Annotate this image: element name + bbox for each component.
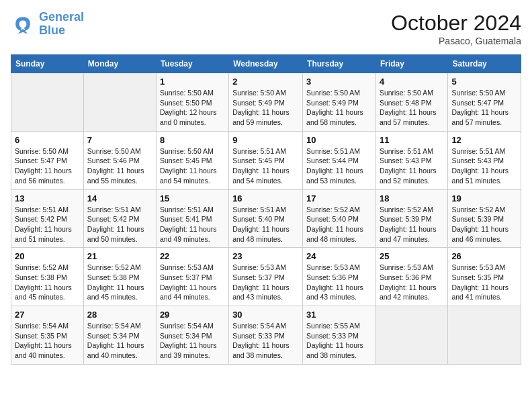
calendar-cell: 18 Sunrise: 5:52 AM Sunset: 5:39 PM Dayl… bbox=[375, 189, 447, 248]
daylight-text: Daylight: 11 hours and 43 minutes. bbox=[232, 283, 290, 302]
calendar-cell: 23 Sunrise: 5:53 AM Sunset: 5:37 PM Dayl… bbox=[229, 248, 303, 306]
cell-text: Sunrise: 5:52 AM Sunset: 5:39 PM Dayligh… bbox=[380, 205, 444, 244]
cell-text: Sunrise: 5:52 AM Sunset: 5:40 PM Dayligh… bbox=[306, 205, 372, 244]
cell-text: Sunrise: 5:51 AM Sunset: 5:44 PM Dayligh… bbox=[306, 146, 372, 186]
logo: General Blue bbox=[11, 11, 84, 38]
calendar-cell: 3 Sunrise: 5:50 AM Sunset: 5:49 PM Dayli… bbox=[303, 73, 376, 132]
day-number: 29 bbox=[160, 310, 225, 320]
daylight-text: Daylight: 11 hours and 51 minutes. bbox=[15, 225, 72, 243]
sunset-text: Sunset: 5:39 PM bbox=[380, 215, 432, 223]
cell-text: Sunrise: 5:53 AM Sunset: 5:36 PM Dayligh… bbox=[306, 263, 372, 302]
calendar-cell: 17 Sunrise: 5:52 AM Sunset: 5:40 PM Dayl… bbox=[303, 189, 376, 248]
day-number: 24 bbox=[306, 251, 372, 261]
cell-text: Sunrise: 5:50 AM Sunset: 5:47 PM Dayligh… bbox=[451, 88, 517, 128]
daylight-text: Daylight: 11 hours and 54 minutes. bbox=[160, 167, 217, 185]
sunrise-text: Sunrise: 5:53 AM bbox=[232, 263, 286, 271]
sunrise-text: Sunrise: 5:50 AM bbox=[15, 147, 69, 155]
cell-text: Sunrise: 5:51 AM Sunset: 5:45 PM Dayligh… bbox=[232, 146, 299, 186]
calendar-body: 1 Sunrise: 5:50 AM Sunset: 5:50 PM Dayli… bbox=[11, 73, 521, 365]
sunrise-text: Sunrise: 5:53 AM bbox=[160, 263, 214, 271]
daylight-text: Daylight: 11 hours and 40 minutes. bbox=[87, 341, 144, 359]
cell-text: Sunrise: 5:51 AM Sunset: 5:43 PM Dayligh… bbox=[380, 146, 444, 186]
calendar-cell: 25 Sunrise: 5:53 AM Sunset: 5:36 PM Dayl… bbox=[375, 248, 447, 306]
daylight-text: Daylight: 11 hours and 57 minutes. bbox=[380, 108, 437, 126]
sunrise-text: Sunrise: 5:50 AM bbox=[160, 89, 214, 97]
day-number: 5 bbox=[451, 77, 517, 87]
col-saturday: Saturday bbox=[448, 55, 521, 73]
sunset-text: Sunset: 5:34 PM bbox=[160, 332, 212, 340]
daylight-text: Daylight: 11 hours and 52 minutes. bbox=[380, 167, 437, 185]
cell-text: Sunrise: 5:51 AM Sunset: 5:41 PM Dayligh… bbox=[160, 205, 225, 244]
calendar-cell: 29 Sunrise: 5:54 AM Sunset: 5:34 PM Dayl… bbox=[156, 306, 228, 365]
sunrise-text: Sunrise: 5:51 AM bbox=[15, 205, 69, 214]
sunrise-text: Sunrise: 5:51 AM bbox=[232, 205, 286, 214]
daylight-text: Daylight: 11 hours and 48 minutes. bbox=[306, 225, 363, 243]
logo-line1: General bbox=[39, 10, 84, 24]
day-number: 11 bbox=[380, 135, 444, 145]
calendar-cell bbox=[11, 73, 84, 132]
cell-text: Sunrise: 5:50 AM Sunset: 5:49 PM Dayligh… bbox=[306, 88, 372, 128]
daylight-text: Daylight: 11 hours and 51 minutes. bbox=[451, 167, 508, 185]
sunset-text: Sunset: 5:42 PM bbox=[15, 215, 67, 223]
day-number: 26 bbox=[451, 251, 517, 261]
sunset-text: Sunset: 5:33 PM bbox=[232, 332, 285, 340]
sunrise-text: Sunrise: 5:53 AM bbox=[306, 263, 360, 271]
calendar-table: Sunday Monday Tuesday Wednesday Thursday… bbox=[11, 54, 521, 365]
col-wednesday: Wednesday bbox=[229, 55, 303, 73]
col-sunday: Sunday bbox=[11, 55, 84, 73]
sunrise-text: Sunrise: 5:51 AM bbox=[160, 205, 214, 214]
sunset-text: Sunset: 5:45 PM bbox=[232, 156, 285, 165]
daylight-text: Daylight: 11 hours and 42 minutes. bbox=[380, 283, 437, 302]
calendar-cell: 15 Sunrise: 5:51 AM Sunset: 5:41 PM Dayl… bbox=[156, 189, 228, 248]
calendar-cell: 24 Sunrise: 5:53 AM Sunset: 5:36 PM Dayl… bbox=[303, 248, 376, 306]
calendar-cell: 19 Sunrise: 5:52 AM Sunset: 5:39 PM Dayl… bbox=[448, 189, 521, 248]
daylight-text: Daylight: 11 hours and 44 minutes. bbox=[160, 283, 217, 302]
col-friday: Friday bbox=[375, 55, 447, 73]
sunrise-text: Sunrise: 5:54 AM bbox=[232, 322, 286, 330]
day-number: 17 bbox=[306, 193, 372, 203]
day-number: 21 bbox=[87, 251, 152, 261]
calendar-cell: 31 Sunrise: 5:55 AM Sunset: 5:33 PM Dayl… bbox=[303, 306, 376, 365]
sunset-text: Sunset: 5:40 PM bbox=[306, 215, 359, 223]
col-monday: Monday bbox=[83, 55, 156, 73]
sunset-text: Sunset: 5:38 PM bbox=[15, 273, 67, 281]
sunrise-text: Sunrise: 5:55 AM bbox=[306, 322, 360, 330]
calendar-week-2: 6 Sunrise: 5:50 AM Sunset: 5:47 PM Dayli… bbox=[11, 131, 521, 189]
sunrise-text: Sunrise: 5:51 AM bbox=[380, 147, 433, 155]
daylight-text: Daylight: 11 hours and 57 minutes. bbox=[451, 108, 508, 126]
cell-text: Sunrise: 5:52 AM Sunset: 5:38 PM Dayligh… bbox=[87, 263, 152, 302]
sunrise-text: Sunrise: 5:50 AM bbox=[380, 89, 433, 97]
calendar-cell bbox=[375, 306, 447, 365]
day-number: 28 bbox=[87, 310, 152, 320]
daylight-text: Daylight: 11 hours and 58 minutes. bbox=[306, 108, 363, 126]
cell-text: Sunrise: 5:53 AM Sunset: 5:37 PM Dayligh… bbox=[232, 263, 299, 302]
sunrise-text: Sunrise: 5:50 AM bbox=[306, 89, 360, 97]
calendar-cell: 27 Sunrise: 5:54 AM Sunset: 5:35 PM Dayl… bbox=[11, 306, 84, 365]
calendar-cell: 12 Sunrise: 5:51 AM Sunset: 5:43 PM Dayl… bbox=[448, 131, 521, 189]
sunset-text: Sunset: 5:47 PM bbox=[15, 156, 67, 165]
day-number: 6 bbox=[15, 135, 80, 145]
day-number: 3 bbox=[306, 77, 372, 87]
calendar-cell bbox=[83, 73, 156, 132]
sunset-text: Sunset: 5:43 PM bbox=[380, 156, 432, 165]
daylight-text: Daylight: 11 hours and 48 minutes. bbox=[232, 225, 290, 243]
logo-icon bbox=[11, 12, 35, 36]
location: Pasaco, Guatemala bbox=[391, 36, 521, 46]
day-number: 13 bbox=[15, 193, 80, 203]
cell-text: Sunrise: 5:51 AM Sunset: 5:40 PM Dayligh… bbox=[232, 205, 299, 244]
day-number: 20 bbox=[15, 251, 80, 261]
day-number: 9 bbox=[232, 135, 299, 145]
page-header: General Blue October 2024 Pasaco, Guatem… bbox=[11, 11, 521, 46]
cell-text: Sunrise: 5:54 AM Sunset: 5:33 PM Dayligh… bbox=[232, 321, 299, 361]
cell-text: Sunrise: 5:53 AM Sunset: 5:35 PM Dayligh… bbox=[451, 263, 517, 302]
title-block: October 2024 Pasaco, Guatemala bbox=[391, 11, 521, 46]
sunrise-text: Sunrise: 5:53 AM bbox=[451, 263, 505, 271]
calendar-cell bbox=[448, 306, 521, 365]
calendar-cell: 13 Sunrise: 5:51 AM Sunset: 5:42 PM Dayl… bbox=[11, 189, 84, 248]
daylight-text: Daylight: 11 hours and 50 minutes. bbox=[87, 225, 144, 243]
day-number: 10 bbox=[306, 135, 372, 145]
daylight-text: Daylight: 11 hours and 46 minutes. bbox=[451, 225, 508, 243]
daylight-text: Daylight: 11 hours and 53 minutes. bbox=[306, 167, 363, 185]
daylight-text: Daylight: 11 hours and 38 minutes. bbox=[306, 341, 363, 359]
calendar-cell: 6 Sunrise: 5:50 AM Sunset: 5:47 PM Dayli… bbox=[11, 131, 84, 189]
